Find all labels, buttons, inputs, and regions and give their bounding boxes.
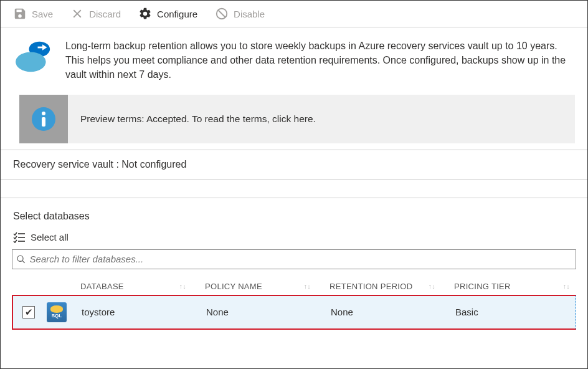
search-box[interactable]: [12, 249, 576, 269]
save-button[interactable]: Save: [13, 7, 53, 21]
search-icon: [16, 254, 26, 264]
toolbar: Save Discard Configure Disable: [1, 1, 587, 27]
blocked-icon: [215, 7, 229, 21]
checklist-icon: [13, 232, 26, 243]
cloud-icon: [13, 39, 54, 75]
svg-rect-6: [42, 117, 45, 127]
configure-label: Configure: [157, 9, 197, 19]
vault-value: Not configured: [121, 159, 186, 170]
svg-line-11: [22, 261, 25, 263]
search-input[interactable]: [30, 254, 572, 264]
gear-icon: [138, 7, 152, 21]
select-all-button[interactable]: Select all: [1, 228, 587, 247]
spacer: [1, 180, 587, 198]
databases-table: DATABASE ↑↓ POLICY NAME ↑↓ RETENTION PER…: [12, 278, 576, 330]
banner-text: Preview terms: Accepted. To read the ter…: [68, 113, 328, 125]
save-icon: [13, 7, 27, 21]
col-retention[interactable]: RETENTION PERIOD ↑↓: [330, 282, 454, 291]
vault-label: Recovery service vault :: [13, 159, 121, 170]
table-row[interactable]: ✔ SQL toystore None None Basic: [12, 295, 576, 330]
row-checkbox[interactable]: ✔: [22, 306, 35, 319]
discard-label: Discard: [89, 9, 121, 19]
col-tier[interactable]: PRICING TIER ↑↓: [454, 282, 576, 291]
cell-retention: None: [331, 307, 455, 317]
close-icon: [70, 7, 84, 21]
sort-icon: ↑↓: [562, 284, 570, 289]
discard-button[interactable]: Discard: [70, 7, 121, 21]
cell-policy: None: [206, 307, 331, 317]
configure-button[interactable]: Configure: [138, 7, 197, 21]
select-databases-label: Select databases: [1, 198, 587, 228]
cell-database: toystore: [82, 307, 206, 317]
sort-icon: ↑↓: [303, 284, 311, 289]
recovery-vault-row[interactable]: Recovery service vault : Not configured: [1, 150, 587, 180]
sort-icon: ↑↓: [179, 284, 186, 289]
cell-tier: Basic: [455, 307, 576, 317]
col-policy[interactable]: POLICY NAME ↑↓: [205, 282, 330, 291]
save-label: Save: [32, 9, 53, 19]
sort-icon: ↑↓: [428, 284, 435, 289]
sql-database-icon: SQL: [47, 302, 67, 322]
info-icon: [31, 106, 57, 132]
svg-point-10: [17, 256, 23, 261]
preview-terms-banner[interactable]: Preview terms: Accepted. To read the ter…: [19, 95, 575, 143]
description-row: Long-term backup retention allows you to…: [1, 27, 587, 95]
disable-button[interactable]: Disable: [215, 7, 265, 21]
svg-line-1: [219, 11, 225, 17]
info-icon-box: [19, 95, 68, 143]
table-header: DATABASE ↑↓ POLICY NAME ↑↓ RETENTION PER…: [12, 278, 576, 295]
svg-point-5: [42, 112, 45, 115]
svg-point-3: [16, 52, 46, 72]
select-all-label: Select all: [31, 232, 69, 242]
col-database[interactable]: DATABASE ↑↓: [80, 282, 205, 291]
description-text: Long-term backup retention allows you to…: [65, 39, 575, 82]
disable-label: Disable: [234, 9, 265, 19]
